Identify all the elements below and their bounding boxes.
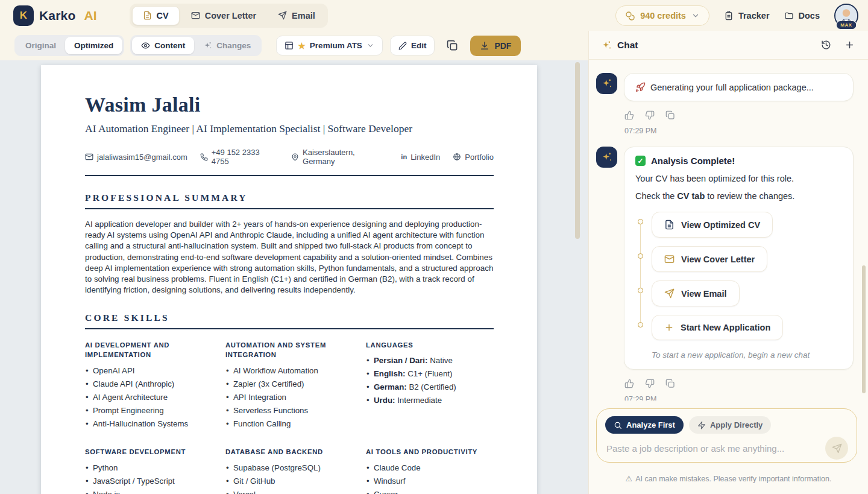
email-text: jalaliwasim15@gmail.com xyxy=(97,153,187,162)
summary-heading: PROFESSIONAL SUMMARY xyxy=(85,192,494,203)
thumbs-down-icon[interactable] xyxy=(645,379,655,388)
skill-item: Prompt Engineering xyxy=(85,406,225,415)
envelope-icon xyxy=(85,153,93,161)
linkedin-icon xyxy=(401,154,407,160)
search-icon xyxy=(614,421,622,429)
optimized-label: Optimized xyxy=(74,41,113,50)
analyze-first-button[interactable]: Analyze First xyxy=(605,416,684,434)
toggle-original[interactable]: Original xyxy=(16,37,65,54)
toggle-optimized[interactable]: Optimized xyxy=(65,37,122,54)
tab-cover-letter[interactable]: Cover Letter xyxy=(181,7,266,25)
skill-group-heading: LANGUAGES xyxy=(366,340,494,350)
chat-scrollbar[interactable] xyxy=(862,265,866,393)
skill-item: Python xyxy=(85,463,225,472)
download-icon xyxy=(480,41,489,51)
tab-cv[interactable]: CV xyxy=(132,6,180,25)
version-toggle: Original Optimized xyxy=(14,35,124,56)
new-chat-icon[interactable] xyxy=(844,40,855,50)
section-divider xyxy=(85,328,494,329)
action-timeline: View Optimized CV View Cover Letter xyxy=(635,212,842,340)
brand-name: Karko xyxy=(39,8,76,23)
copy-icon[interactable] xyxy=(665,110,675,120)
skill-item: API Integration xyxy=(225,393,366,402)
skill-item: Anti-Hallucination Systems xyxy=(85,419,225,428)
chat-header: Chat xyxy=(589,31,868,59)
skill-item: JavaScript / TypeScript xyxy=(85,477,225,486)
language-item: English: C1+ (Fluent) xyxy=(366,369,494,378)
sparkles-icon xyxy=(601,40,612,51)
document-icon xyxy=(664,220,675,230)
section-divider xyxy=(85,208,494,209)
changes-label: Changes xyxy=(216,41,251,50)
skill-item: Serverless Functions xyxy=(225,406,366,415)
sparkles-icon xyxy=(601,151,612,163)
copy-cv-button[interactable] xyxy=(443,36,462,55)
language-item: Urdu: Intermediate xyxy=(366,396,494,405)
zap-icon xyxy=(697,421,706,429)
view-optimized-cv-button[interactable]: View Optimized CV xyxy=(652,212,773,238)
button-label: View Cover Letter xyxy=(681,255,755,264)
history-icon[interactable] xyxy=(821,40,831,50)
skill-item: Zapier (3x Certified) xyxy=(225,379,366,388)
ai-disclaimer: ⚠AI can make mistakes. Please verify imp… xyxy=(589,474,868,483)
envelope-icon xyxy=(664,254,675,264)
karko-logo[interactable]: K xyxy=(13,5,34,26)
toggle-content[interactable]: Content xyxy=(132,37,194,54)
skill-group-heading: AUTOMATION AND SYSTEM INTEGRATION xyxy=(225,340,366,361)
view-cover-letter-button[interactable]: View Cover Letter xyxy=(652,246,767,272)
message-bubble: Generating your full application package… xyxy=(624,73,854,101)
app-header: K Karko AI CV Cover Letter Email 940 cre… xyxy=(0,0,868,31)
envelope-icon xyxy=(191,11,200,20)
contact-portfolio[interactable]: Portfolio xyxy=(453,153,494,162)
send-button[interactable] xyxy=(825,437,848,460)
edit-button[interactable]: Edit xyxy=(390,36,435,55)
document-scrollbar[interactable] xyxy=(575,62,580,239)
copy-icon[interactable] xyxy=(665,379,675,388)
timeline-item: Start New Application xyxy=(652,315,842,340)
cv-toolbar: Original Optimized Content Changes ★ Pre… xyxy=(0,31,588,60)
tracker-link[interactable]: Tracker xyxy=(724,11,770,21)
skill-item: Claude Code xyxy=(366,463,494,472)
skills-heading: CORE SKILLS xyxy=(85,312,494,323)
thumbs-down-icon[interactable] xyxy=(645,110,655,120)
contact-location: Kaiserslautern, Germany xyxy=(291,148,388,166)
pencil-icon xyxy=(398,42,407,50)
start-new-application-button[interactable]: Start New Application xyxy=(652,315,783,340)
apply-directly-button[interactable]: Apply Directly xyxy=(689,416,771,434)
skill-item: Supabase (PostgreSQL) xyxy=(225,463,366,472)
clipboard-icon xyxy=(724,11,734,21)
contact-email: jalaliwasim15@gmail.com xyxy=(85,153,187,162)
credits-button[interactable]: 940 credits xyxy=(615,5,709,26)
copy-icon xyxy=(447,40,458,51)
new-application-note: To start a new application, begin a new … xyxy=(652,350,842,359)
user-avatar[interactable]: MAX xyxy=(834,4,858,28)
skill-item: Function Calling xyxy=(225,419,366,428)
edit-label: Edit xyxy=(411,41,427,50)
download-pdf-button[interactable]: PDF xyxy=(470,36,521,56)
button-label: Start New Application xyxy=(681,323,770,332)
toggle-changes[interactable]: Changes xyxy=(194,37,260,54)
view-email-button[interactable]: View Email xyxy=(652,280,740,306)
document-icon xyxy=(143,11,152,20)
docs-label: Docs xyxy=(799,11,820,21)
warning-icon: ⚠ xyxy=(626,474,633,483)
contact-phone: +49 152 2333 4755 xyxy=(200,148,278,166)
language-item: Persian / Dari: Native xyxy=(366,356,494,365)
layout-icon xyxy=(285,41,294,50)
analysis-line1: Your CV has been optimized for this role… xyxy=(635,174,842,183)
premium-ats-dropdown[interactable]: ★ Premium ATS xyxy=(276,36,383,55)
thumbs-up-icon[interactable] xyxy=(624,379,634,388)
skill-group-heading: DATABASE AND BACKEND xyxy=(225,447,366,457)
analysis-line2: Check the CV tab to review the changes. xyxy=(635,191,842,201)
contact-linkedin[interactable]: LinkedIn xyxy=(401,153,440,162)
chat-input[interactable] xyxy=(605,440,825,457)
star-icon: ★ xyxy=(298,42,306,50)
message-bubble: Analysis Complete! Your CV has been opti… xyxy=(624,147,854,370)
cv-name: Wasim Jalali xyxy=(85,93,494,116)
linkedin-text: LinkedIn xyxy=(410,153,440,162)
docs-link[interactable]: Docs xyxy=(784,11,820,21)
tab-email[interactable]: Email xyxy=(268,7,326,25)
thumbs-up-icon[interactable] xyxy=(624,110,634,120)
skill-group-automation: AUTOMATION AND SYSTEM INTEGRATION AI Wor… xyxy=(225,340,366,433)
chat-message-list: Generating your full application package… xyxy=(589,60,868,401)
